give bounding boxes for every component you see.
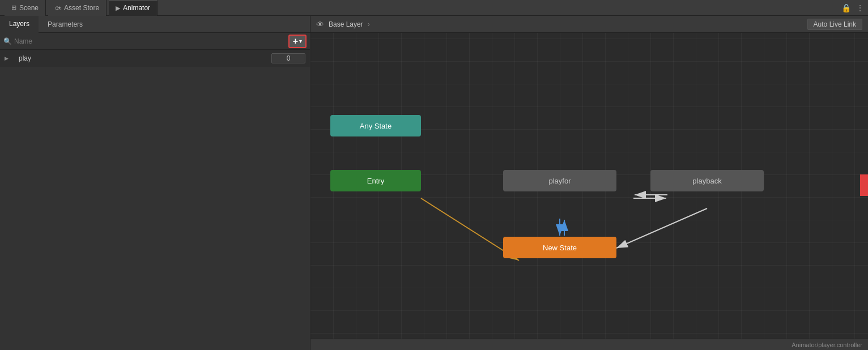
search-icon: 🔍 (3, 37, 12, 45)
auto-live-link-button[interactable]: Auto Live Link (807, 19, 862, 30)
search-input[interactable] (14, 37, 288, 45)
state-playback[interactable]: playback (650, 170, 764, 191)
breadcrumb-arrow-icon: › (368, 20, 370, 28)
tab-layers[interactable]: Layers (0, 16, 39, 33)
state-any-state[interactable]: Any State (330, 115, 421, 136)
animator-canvas[interactable]: 👁 Base Layer › Auto Live Link (310, 16, 868, 350)
title-bar-right: 🔒 ⋮ (841, 3, 863, 12)
asset-store-icon: 🛍 (55, 5, 61, 11)
left-panel: Layers Parameters 🔍 + ▾ ▶ play (0, 16, 310, 350)
tab-parameters[interactable]: Parameters (39, 16, 92, 33)
param-value-play[interactable] (271, 53, 305, 63)
animator-icon: ▶ (116, 5, 120, 12)
tab-asset-store[interactable]: 🛍 Asset Store (48, 0, 107, 16)
animator-header: 👁 Base Layer › Auto Live Link (310, 16, 868, 33)
dropdown-arrow-icon: ▾ (299, 38, 302, 44)
status-bar: Animator/player.controller (310, 339, 868, 350)
expand-icon: ▶ (5, 56, 8, 61)
state-playfor[interactable]: playfor (503, 170, 616, 191)
search-row: 🔍 + ▾ (0, 33, 310, 50)
tab-animator[interactable]: ▶ Animator (109, 0, 158, 16)
main-layout: Layers Parameters 🔍 + ▾ ▶ play 👁 (0, 16, 868, 350)
title-bar: ⊞ Scene 🛍 Asset Store ▶ Animator 🔒 ⋮ (0, 0, 868, 16)
status-text: Animator/player.controller (792, 342, 862, 348)
dots-icon: ⋮ (857, 4, 863, 12)
red-indicator (860, 174, 868, 196)
panel-tabs: Layers Parameters (0, 16, 310, 33)
param-row-play: ▶ play (0, 50, 310, 67)
state-entry[interactable]: Entry (330, 170, 421, 191)
scene-icon: ⊞ (11, 4, 16, 11)
add-parameter-button[interactable]: + ▾ (288, 35, 307, 48)
state-new-state[interactable]: New State (503, 237, 616, 258)
plus-icon: + (293, 36, 298, 46)
lock-icon[interactable]: 🔒 (841, 3, 851, 12)
tab-scene[interactable]: ⊞ Scene (5, 0, 46, 16)
eye-icon[interactable]: 👁 (316, 20, 324, 29)
